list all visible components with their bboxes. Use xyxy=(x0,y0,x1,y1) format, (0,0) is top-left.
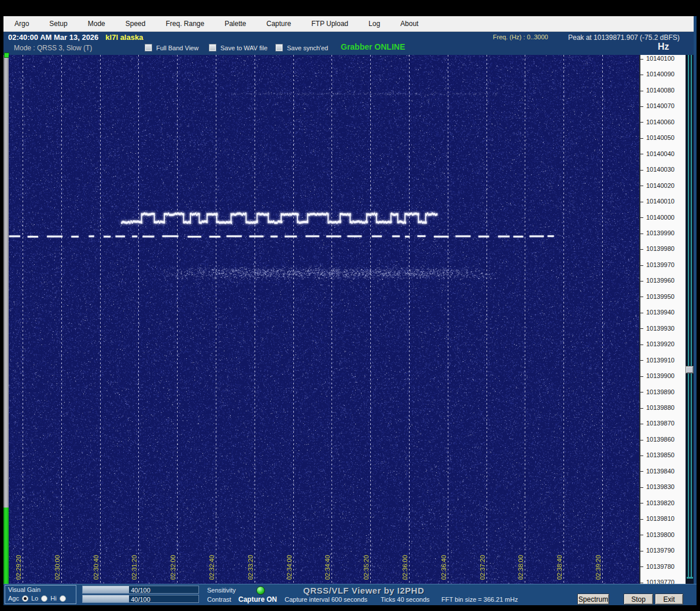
menu-item-setup[interactable]: Setup xyxy=(47,18,69,29)
freq-tick-mark xyxy=(640,471,643,472)
stop-button[interactable]: Stop xyxy=(624,594,653,605)
freq-scale-label: 10139810 xyxy=(640,515,675,523)
freq-scale-label: 10139950 xyxy=(640,293,675,301)
menu-bar: ArgoSetupModeSpeedFreq. RangePaletteCapt… xyxy=(3,16,697,32)
freq-scale-label: 10139830 xyxy=(640,483,675,491)
header-bar: 02:40:00 AM Mar 13, 2026kl7l alaska Freq… xyxy=(3,32,697,55)
window-right-border xyxy=(694,16,697,605)
freq-scale-label: 10139920 xyxy=(640,340,675,348)
hi-label: Hi xyxy=(50,595,56,602)
freq-tick-mark xyxy=(640,281,643,282)
checkbox-save-synched[interactable]: Save synch'ed xyxy=(275,44,328,51)
callsign-label: kl7l alaska xyxy=(105,33,143,42)
visual-gain-strip xyxy=(3,55,9,584)
freq-scale-label: 10140090 xyxy=(640,71,675,78)
contrast-label: Contrast xyxy=(207,596,231,603)
sensitivity-slider[interactable]: 40/100 xyxy=(82,586,199,594)
contrast-value: 40/100 xyxy=(83,596,198,603)
visual-gain-title: Visual Gain xyxy=(8,586,40,593)
freq-tick-mark xyxy=(640,186,643,186)
freq-scale-label: 10140060 xyxy=(640,119,675,126)
visual-gain-groupbox: Visual Gain Agc Lo Hi xyxy=(5,585,76,604)
capture-on-label: Capture ON xyxy=(238,595,277,603)
freq-scale-label: 10139870 xyxy=(640,420,675,427)
freq-tick-mark xyxy=(640,456,643,456)
menu-item-capture[interactable]: Capture xyxy=(264,18,294,29)
status-bar: Visual Gain Agc Lo Hi 40/100 40/100 Sens… xyxy=(3,584,697,605)
freq-tick-mark xyxy=(640,249,643,250)
checkbox-full-band-view[interactable]: Full Band View xyxy=(145,44,198,51)
menu-item-log[interactable]: Log xyxy=(366,18,382,29)
freq-scale-label: 10139940 xyxy=(640,309,675,316)
freq-scale-label: 10139770 xyxy=(640,579,675,584)
checkbox-label: Save to WAV file xyxy=(220,45,267,51)
checkbox-icon[interactable] xyxy=(275,44,283,51)
checkbox-icon[interactable] xyxy=(145,44,152,51)
capture-led xyxy=(256,586,265,595)
freq-tick-mark xyxy=(640,424,643,424)
exit-button[interactable]: Exit xyxy=(655,594,683,605)
waterfall-canvas[interactable] xyxy=(9,55,639,584)
freq-scale-label: 10140010 xyxy=(640,198,675,205)
freq-scale-label: 10140080 xyxy=(640,87,675,94)
hz-unit-label: Hz xyxy=(658,42,669,52)
freq-tick-mark xyxy=(640,440,643,440)
checkbox-icon[interactable] xyxy=(209,44,216,51)
freq-scale-label: 10140030 xyxy=(640,166,675,173)
freq-scale-label: 10139860 xyxy=(640,436,675,443)
freq-tick-mark xyxy=(640,138,643,139)
menu-item-freq-range[interactable]: Freq. Range xyxy=(163,18,207,29)
agc-radio[interactable] xyxy=(22,595,28,602)
peak-readout: Peak at 10139871.907 (-75.2 dBFS) xyxy=(568,34,680,42)
freq-tick-mark xyxy=(640,234,643,234)
scroll-track[interactable] xyxy=(688,55,692,578)
freq-tick-mark xyxy=(640,59,643,60)
menu-item-about[interactable]: About xyxy=(398,18,421,29)
checkbox-save-wav[interactable]: Save to WAV file xyxy=(209,44,267,51)
freq-tick-mark xyxy=(640,566,643,567)
freq-scale: 1014010010140090101400801014007010140060… xyxy=(639,55,686,584)
scroll-thumb[interactable] xyxy=(686,366,694,373)
lo-radio[interactable] xyxy=(41,595,47,602)
fft-bin-label: FFT bin size = 366.21 mHz xyxy=(441,596,518,603)
sensitivity-label: Sensitivity xyxy=(207,587,236,594)
freq-tick-mark xyxy=(640,265,643,266)
checkbox-label: Full Band View xyxy=(156,45,198,51)
freq-scale-label: 10140000 xyxy=(640,214,675,221)
argo-window: ArgoSetupModeSpeedFreq. RangePaletteCapt… xyxy=(0,0,700,611)
freq-tick-mark xyxy=(640,91,643,91)
freq-tick-mark xyxy=(640,551,643,551)
menu-item-speed[interactable]: Speed xyxy=(123,18,148,29)
freq-scale-label: 10140040 xyxy=(640,150,675,158)
freq-tick-mark xyxy=(640,154,643,154)
freq-scale-label: 10139840 xyxy=(640,468,675,475)
freq-scale-label: 10139790 xyxy=(640,547,675,554)
gain-level-indicator xyxy=(3,508,9,584)
freq-tick-mark xyxy=(640,535,643,535)
freq-tick-mark xyxy=(640,376,643,377)
spectrum-button[interactable]: Spectrum xyxy=(577,594,609,605)
freq-range-readout: Freq. (Hz) : 0..3000 xyxy=(493,34,548,40)
capture-interval-label: Capture interval 600 seconds xyxy=(285,596,367,603)
freq-tick-mark xyxy=(640,583,643,583)
freq-tick-mark xyxy=(640,297,643,297)
freq-tick-mark xyxy=(640,217,643,218)
menu-item-palette[interactable]: Palette xyxy=(222,18,248,29)
mode-label: Mode : QRSS 3, Slow (T) xyxy=(14,44,92,52)
menu-item-argo[interactable]: Argo xyxy=(12,18,31,29)
freq-scale-label: 10139900 xyxy=(640,372,675,380)
freq-tick-mark xyxy=(640,487,643,488)
freq-scale-label: 10139930 xyxy=(640,325,675,332)
freq-tick-mark xyxy=(640,408,643,409)
lo-label: Lo xyxy=(31,595,38,602)
freq-tick-mark xyxy=(640,392,643,392)
menu-item-mode[interactable]: Mode xyxy=(86,18,108,29)
freq-scale-label: 10139820 xyxy=(640,499,675,507)
contrast-slider[interactable]: 40/100 xyxy=(82,595,199,603)
ticks-info-label: Ticks 40 seconds xyxy=(381,596,430,603)
freq-tick-mark xyxy=(640,360,643,361)
menu-item-ftp-upload[interactable]: FTP Upload xyxy=(309,18,351,29)
hi-radio[interactable] xyxy=(60,595,66,602)
freq-tick-mark xyxy=(640,519,643,520)
freq-scale-label: 10139960 xyxy=(640,277,675,284)
